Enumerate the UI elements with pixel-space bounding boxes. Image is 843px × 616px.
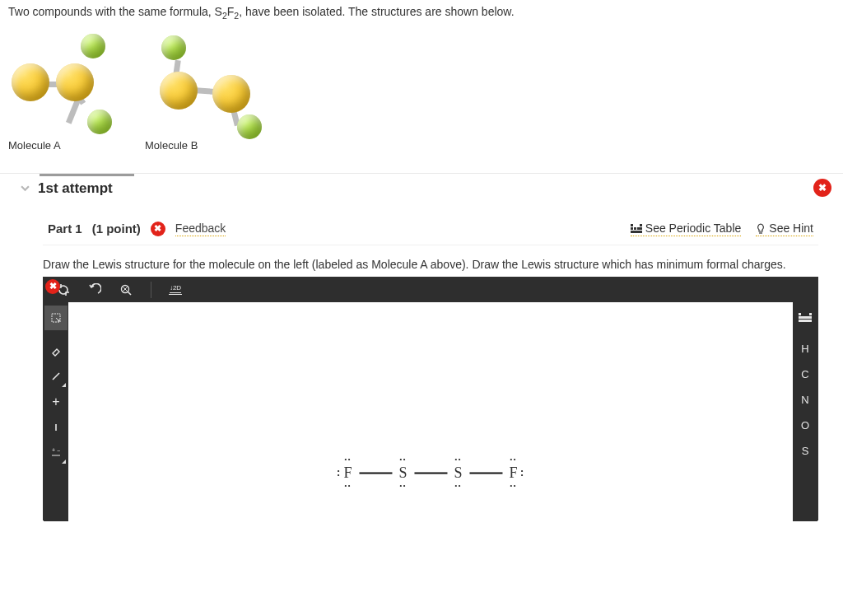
lewis-structure: ••••••F ••••S ••••S ••••••F — [342, 458, 519, 488]
editor-error-icon: ✖ — [45, 279, 60, 294]
svg-text:+: + — [52, 447, 55, 453]
molecule-a-figure — [8, 29, 132, 136]
error-icon: ✖ — [151, 222, 165, 236]
hint-link[interactable]: See Hint — [756, 222, 813, 236]
svg-rect-0 — [631, 224, 633, 226]
question-text: Two compounds with the same formula, S2F… — [8, 5, 835, 21]
editor-top-toolbar: ↓2D — [44, 278, 817, 302]
drawing-canvas[interactable]: ••••••F ••••S ••••S ••••••F — [68, 302, 793, 521]
svg-rect-20 — [799, 316, 812, 319]
svg-rect-19 — [809, 313, 812, 315]
svg-rect-2 — [631, 227, 633, 230]
periodic-table-link[interactable]: See Periodic Table — [631, 222, 741, 236]
feedback-link[interactable]: Feedback — [175, 222, 226, 236]
periodic-mini-icon[interactable] — [794, 306, 817, 330]
svg-rect-21 — [799, 320, 812, 322]
svg-rect-6 — [631, 231, 642, 233]
molecule-b-figure — [145, 29, 277, 136]
element-c-button[interactable]: C — [794, 362, 817, 387]
structure-editor: ↓2D + — [43, 277, 818, 520]
svg-rect-1 — [640, 224, 642, 226]
element-s-button[interactable]: S — [794, 439, 817, 464]
hint-icon — [756, 223, 766, 235]
add-tool[interactable]: + — [44, 390, 68, 414]
part-header: Part 1 (1 point) ✖ Feedback See Periodic… — [43, 213, 818, 245]
undo-icon[interactable] — [88, 283, 103, 296]
molecule-b-label: Molecule B — [145, 139, 277, 152]
part-label: Part 1 — [48, 222, 82, 236]
remove-tool[interactable] — [44, 415, 68, 440]
molecule-row: Molecule A Molecule B — [8, 29, 835, 152]
single-bond-tool[interactable] — [44, 364, 68, 389]
zoom-icon[interactable] — [119, 283, 134, 296]
part-points: (1 point) — [92, 222, 141, 236]
part-instruction: Draw the Lewis structure for the molecul… — [43, 245, 818, 278]
svg-rect-4 — [637, 227, 640, 230]
svg-rect-5 — [640, 227, 642, 230]
eraser-tool[interactable] — [44, 338, 68, 363]
editor-left-toolbar: + +− — [44, 302, 68, 521]
mode-2d-button[interactable]: ↓2D — [168, 284, 183, 295]
chevron-down-icon — [21, 184, 30, 193]
svg-text:−: − — [57, 448, 60, 454]
attempt-header[interactable]: 1st attempt ✖ — [0, 174, 843, 213]
editor-right-toolbar: H C N O S — [793, 302, 817, 521]
element-n-button[interactable]: N — [794, 388, 817, 413]
element-h-button[interactable]: H — [794, 337, 817, 362]
svg-line-13 — [53, 373, 59, 380]
molecule-a-label: Molecule A — [8, 139, 132, 152]
charge-tool[interactable]: +− — [44, 441, 68, 465]
svg-line-9 — [128, 292, 132, 295]
select-tool[interactable] — [44, 306, 68, 330]
svg-rect-3 — [634, 227, 636, 230]
periodic-table-icon — [631, 224, 642, 234]
attempt-title: 1st attempt — [38, 180, 113, 197]
close-icon[interactable]: ✖ — [813, 179, 831, 197]
svg-rect-18 — [799, 313, 801, 315]
element-o-button[interactable]: O — [794, 413, 817, 438]
